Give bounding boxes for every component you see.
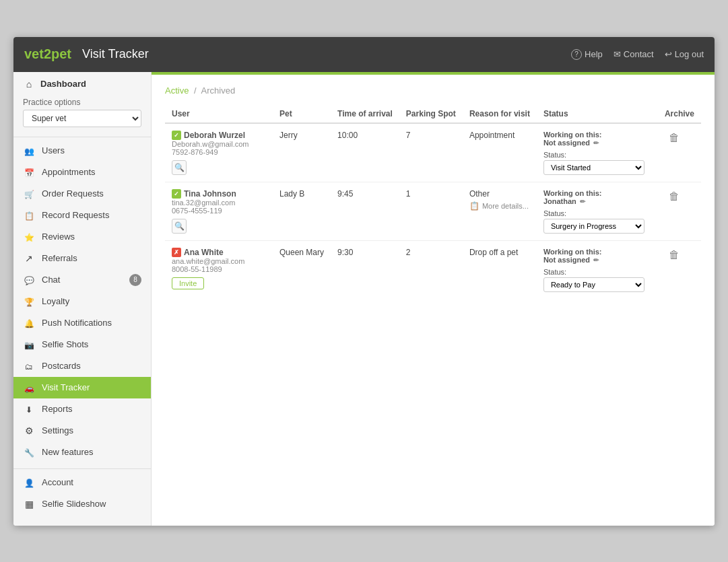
- status-label-2: Status:: [543, 209, 651, 217]
- push-icon: [23, 318, 35, 328]
- sidebar-item-appointments[interactable]: Appointments: [13, 162, 151, 183]
- user-status-icon-1: ✓: [172, 131, 181, 140]
- user-name-2: ✓ Tina Johnson: [172, 189, 266, 199]
- edit-assigned-1[interactable]: ✏: [593, 139, 599, 147]
- time-cell-1: 10:00: [331, 123, 399, 182]
- features-icon: [23, 447, 35, 458]
- contact-icon: ✉: [614, 49, 621, 59]
- invite-button-3[interactable]: Invite: [172, 277, 204, 289]
- sidebar-item-loyalty[interactable]: Loyalty: [13, 291, 151, 312]
- sidebar-item-push-notifications[interactable]: Push Notifications: [13, 312, 151, 334]
- archive-cell-1: 🗑: [658, 123, 701, 182]
- table-row: ✓ Deborah Wurzel Deborah.w@gmail.com 759…: [165, 123, 701, 182]
- logo-highlight: 2: [44, 46, 51, 61]
- dashboard-item[interactable]: ⌂ Dashboard: [13, 72, 151, 94]
- user-cell-1: ✓ Deborah Wurzel Deborah.w@gmail.com 759…: [165, 123, 273, 182]
- sidebar-item-visit-tracker[interactable]: Visit Tracker: [13, 377, 151, 398]
- user-phone-1: 7592-876-949: [172, 148, 266, 156]
- status-label-3: Status:: [543, 268, 651, 276]
- chat-icon: [23, 275, 35, 285]
- edit-assigned-2[interactable]: ✏: [580, 198, 585, 205]
- status-cell-3: Working on this: Not assigned ✏ Status: …: [537, 240, 658, 299]
- delete-button-3[interactable]: 🗑: [665, 248, 684, 262]
- status-select-2[interactable]: Visit Started Surgery in Progress Ready …: [543, 219, 644, 234]
- table-body: ✓ Deborah Wurzel Deborah.w@gmail.com 759…: [165, 123, 701, 299]
- archive-cell-3: 🗑: [658, 240, 701, 299]
- col-status: Status: [537, 105, 658, 123]
- orders-icon: [23, 188, 35, 199]
- layout: ⌂ Dashboard Practice options Super vet O…: [13, 72, 715, 526]
- col-user: User: [165, 105, 273, 123]
- sidebar-item-postcards[interactable]: Postcards: [13, 355, 151, 377]
- logout-icon: ↩: [665, 49, 672, 59]
- col-parking: Parking Spot: [399, 105, 463, 123]
- contact-button[interactable]: ✉ Contact: [614, 49, 654, 59]
- visit-table: User Pet Time of arrival Parking Spot Re…: [165, 105, 701, 299]
- breadcrumb-active[interactable]: Active: [165, 85, 189, 96]
- practice-select[interactable]: Super vet Other vet: [23, 110, 141, 127]
- search-btn-2[interactable]: 🔍: [172, 219, 187, 234]
- help-button[interactable]: ? Help: [571, 49, 603, 60]
- col-archive: Archive: [658, 105, 701, 123]
- records-icon: [23, 210, 35, 221]
- parking-cell-2: 1: [399, 182, 463, 240]
- user-cell-2: ✓ Tina Johnson tina.32@gmail.com 0675-45…: [165, 182, 273, 240]
- breadcrumb-separator: /: [194, 85, 197, 96]
- tracker-icon: [23, 382, 35, 393]
- sidebar-divider-1: [13, 137, 151, 137]
- edit-assigned-3[interactable]: ✏: [593, 256, 599, 264]
- account-icon: [23, 477, 35, 488]
- reason-cell-2: Other 📋 More details...: [463, 182, 537, 240]
- chat-badge: 8: [129, 274, 141, 286]
- home-icon: ⌂: [23, 79, 35, 90]
- logo-text: vet: [24, 46, 44, 61]
- sidebar-item-account[interactable]: Account: [13, 472, 151, 493]
- col-time: Time of arrival: [331, 105, 399, 123]
- user-email-2: tina.32@gmail.com: [172, 199, 266, 207]
- sidebar-item-record-requests[interactable]: Record Requests: [13, 205, 151, 226]
- sidebar-item-chat[interactable]: Chat 8: [13, 269, 151, 291]
- pet-cell-2: Lady B: [273, 182, 331, 240]
- sidebar-item-selfie-slideshow[interactable]: Selfie Slideshow: [13, 493, 151, 515]
- working-on-2: Working on this: Jonathan ✏: [543, 189, 651, 205]
- table-header: User Pet Time of arrival Parking Spot Re…: [165, 105, 701, 123]
- status-select-3[interactable]: Visit Started Surgery in Progress Ready …: [543, 277, 644, 292]
- slideshow-icon: [23, 499, 35, 510]
- sidebar: ⌂ Dashboard Practice options Super vet O…: [13, 72, 152, 526]
- user-status-icon-2: ✓: [172, 189, 181, 199]
- col-reason: Reason for visit: [463, 105, 537, 123]
- status-label-1: Status:: [543, 151, 651, 159]
- sidebar-item-new-features[interactable]: New features: [13, 442, 151, 463]
- sidebar-item-users[interactable]: Users: [13, 140, 151, 162]
- sidebar-item-settings[interactable]: Settings: [13, 420, 151, 442]
- status-select-1[interactable]: Visit Started Surgery in Progress Ready …: [543, 160, 644, 175]
- sidebar-item-reviews[interactable]: Reviews: [13, 226, 151, 248]
- sidebar-item-referrals[interactable]: Referrals: [13, 248, 151, 269]
- reviews-icon: [23, 232, 35, 242]
- logout-button[interactable]: ↩ Log out: [665, 49, 704, 59]
- table-row: ✓ Tina Johnson tina.32@gmail.com 0675-45…: [165, 182, 701, 240]
- users-icon: [23, 145, 35, 156]
- user-name-1: ✓ Deborah Wurzel: [172, 131, 266, 140]
- working-on-3: Working on this: Not assigned ✏: [543, 248, 651, 264]
- user-email-1: Deborah.w@gmail.com: [172, 140, 266, 148]
- reason-cell-3: Drop off a pet: [463, 240, 537, 299]
- status-cell-1: Working on this: Not assigned ✏ Status: …: [537, 123, 658, 182]
- sidebar-item-selfie-shots[interactable]: Selfie Shots: [13, 334, 151, 355]
- loyalty-icon: [23, 296, 35, 307]
- sidebar-item-reports[interactable]: Reports: [13, 398, 151, 420]
- delete-button-2[interactable]: 🗑: [665, 189, 684, 204]
- referrals-icon: [23, 253, 35, 264]
- time-cell-2: 9:45: [331, 182, 399, 240]
- sidebar-divider-2: [13, 468, 151, 469]
- sidebar-item-order-requests[interactable]: Order Requests: [13, 183, 151, 205]
- delete-button-1[interactable]: 🗑: [665, 131, 684, 145]
- user-cell-3: ✗ Ana White ana.white@gmail.com 8008-55-…: [165, 240, 273, 299]
- help-icon: ?: [571, 49, 582, 60]
- appointments-icon: [23, 167, 35, 178]
- main-content-area: Active / Archived User Pet Time of arriv…: [152, 72, 715, 526]
- search-btn-1[interactable]: 🔍: [172, 160, 187, 175]
- header: vet2pet Visit Tracker ? Help ✉ Contact ↩…: [13, 37, 715, 72]
- user-email-3: ana.white@gmail.com: [172, 257, 266, 265]
- archive-cell-2: 🗑: [658, 182, 701, 240]
